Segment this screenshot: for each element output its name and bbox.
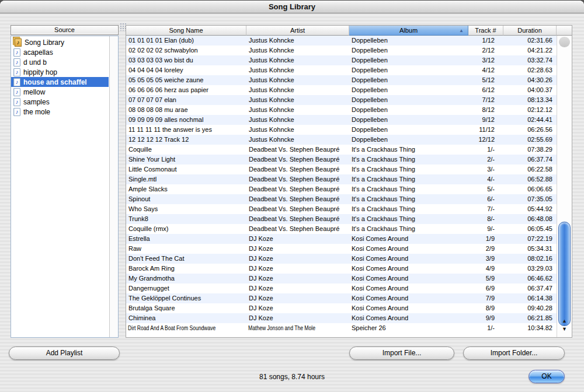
sidebar-item[interactable]: hippity hop <box>11 67 109 77</box>
table-row[interactable]: 08 08 08 08 mu arae Justus Kohncke Doppe… <box>126 105 557 115</box>
cell-duration: 05:44.92 <box>503 204 557 214</box>
table-row[interactable]: Coquille (rmx) Deadbeat Vs. Stephen Beau… <box>126 224 557 234</box>
cell-album: Kosi Comes Around <box>349 313 468 323</box>
import-folder-button[interactable]: Import Folder... <box>463 346 565 360</box>
cell-track-number: 2/9 <box>468 244 503 254</box>
cell-track-number: 4/- <box>468 174 503 184</box>
table-row[interactable]: 04 04 04 04 loreley Justus Kohncke Doppe… <box>126 65 557 75</box>
cell-track-number: 5/- <box>468 184 503 194</box>
song-table-body: 01 01 01 01 Elan (dub) Justus Kohncke Do… <box>126 36 557 337</box>
cell-duration: 09:40.28 <box>503 303 557 313</box>
source-list-header: Source <box>11 25 119 35</box>
table-row[interactable]: Estrella DJ Koze Kosi Comes Around 1/9 0… <box>126 234 557 244</box>
cell-album: Speicher 26 <box>349 323 468 333</box>
column-header-album[interactable]: Album ▲ <box>349 26 468 36</box>
cell-song-name: 06 06 06 06 herz aus papier <box>126 85 246 95</box>
table-row[interactable]: Who Says Deadbeat Vs. Stephen Beaupré It… <box>126 204 557 214</box>
table-row[interactable]: Dangernugget DJ Koze Kosi Comes Around 6… <box>126 284 557 293</box>
cell-song-name: 01 01 01 01 Elan (dub) <box>126 36 246 46</box>
cell-album: It's a Crackhaus Thing <box>349 164 468 174</box>
cell-track-number: 6/9 <box>468 284 503 293</box>
cell-track-number: 1/- <box>468 323 503 333</box>
table-row[interactable]: 09 09 09 09 alles nochmal Justus Kohncke… <box>126 115 557 125</box>
cell-album: Kosi Comes Around <box>349 303 468 313</box>
add-playlist-button[interactable]: Add Playlist <box>9 346 120 360</box>
table-row[interactable]: 01 01 01 01 Elan (dub) Justus Kohncke Do… <box>126 36 557 46</box>
sidebar-item[interactable]: the mole <box>11 107 109 117</box>
table-row[interactable]: Trunk8 Deadbeat Vs. Stephen Beaupré It's… <box>126 214 557 224</box>
cell-song-name: Brutalga Square <box>126 303 246 313</box>
sidebar-item[interactable]: mellow <box>11 87 109 97</box>
scroll-up-arrow-icon[interactable]: ▲ <box>557 318 572 324</box>
title-bar[interactable]: Song Library <box>0 1 584 13</box>
table-row[interactable]: 07 07 07 07 elan Justus Kohncke Doppelle… <box>126 95 557 105</box>
cell-artist: Deadbeat Vs. Stephen Beaupré <box>246 194 349 204</box>
table-row[interactable]: Barock Am Ring DJ Koze Kosi Comes Around… <box>126 264 557 274</box>
import-file-button[interactable]: Import File... <box>349 346 454 360</box>
source-scrollbar-track[interactable] <box>109 36 118 337</box>
sidebar-item[interactable]: acapellas <box>11 47 109 57</box>
sidebar-item-label: mellow <box>23 88 45 96</box>
column-header-track[interactable]: Track # <box>468 26 503 36</box>
column-header-artist[interactable]: Artist <box>246 26 349 36</box>
cell-song-name: Don't Feed The Cat <box>126 254 246 264</box>
table-row[interactable]: Coquille Deadbeat Vs. Stephen Beaupré It… <box>126 145 557 155</box>
cell-album: Doppelleben <box>349 95 468 105</box>
cell-duration: 06:21.85 <box>503 313 557 323</box>
cell-album: Doppelleben <box>349 46 468 55</box>
cell-track-number: 2/12 <box>468 46 503 55</box>
ok-button[interactable]: OK <box>529 370 565 383</box>
playlist-icon <box>13 98 20 106</box>
cell-artist: Justus Kohncke <box>246 95 349 105</box>
table-row[interactable]: My Grandmotha DJ Koze Kosi Comes Around … <box>126 274 557 284</box>
table-row[interactable]: Spinout Deadbeat Vs. Stephen Beaupré It'… <box>126 194 557 204</box>
table-row[interactable]: Single.mtl Deadbeat Vs. Stephen Beaupré … <box>126 174 557 184</box>
cell-song-name: Little Cosmonaut <box>126 164 246 174</box>
sidebar-item-label: acapellas <box>23 48 53 57</box>
sidebar-item[interactable]: house and schaffel <box>11 77 109 87</box>
cell-song-name: My Grandmotha <box>126 274 246 284</box>
column-header-duration[interactable]: Duration <box>503 26 557 36</box>
table-row[interactable]: The Geklöppel Continues DJ Koze Kosi Com… <box>126 293 557 303</box>
table-row[interactable]: Don't Feed The Cat DJ Koze Kosi Comes Ar… <box>126 254 557 264</box>
column-header-album-label: Album <box>399 27 418 34</box>
cell-track-number: 1/9 <box>468 234 503 244</box>
cell-duration: 08:02.16 <box>503 254 557 264</box>
cell-duration: 06:48.08 <box>503 214 557 224</box>
cell-artist: Deadbeat Vs. Stephen Beaupré <box>246 224 349 234</box>
cell-duration: 02:28.63 <box>503 65 557 75</box>
cell-artist: Justus Kohncke <box>246 55 349 65</box>
sort-ascending-icon: ▲ <box>459 26 464 36</box>
scrollbar-thumb[interactable] <box>558 222 571 326</box>
cell-duration: 02:31.66 <box>503 36 557 46</box>
cell-song-name: 08 08 08 08 mu arae <box>126 105 246 115</box>
sidebar-item[interactable]: d und b <box>11 57 109 67</box>
cell-track-number: 2/- <box>468 155 503 164</box>
table-row[interactable]: 06 06 06 06 herz aus papier Justus Kohnc… <box>126 85 557 95</box>
scroll-down-arrow-icon[interactable]: ▼ <box>557 326 572 332</box>
table-row[interactable]: 02 02 02 02 schwabylon Justus Kohncke Do… <box>126 46 557 55</box>
sidebar-item[interactable]: samples <box>11 97 109 107</box>
cell-artist: DJ Koze <box>246 274 349 284</box>
table-row[interactable]: 12 12 12 12 Track 12 Justus Kohncke Dopp… <box>126 135 557 145</box>
playlist-icon <box>13 48 20 57</box>
song-table: Song Name Artist Album ▲ Track # Duratio… <box>126 25 572 338</box>
table-row[interactable]: 03 03 03 03 wo bist du Justus Kohncke Do… <box>126 55 557 65</box>
cell-duration: 02:12.12 <box>503 105 557 115</box>
table-row[interactable]: Dirt Road And A Boat From Soundwave Math… <box>126 323 557 333</box>
table-row[interactable]: Shine Your Light Deadbeat Vs. Stephen Be… <box>126 155 557 164</box>
column-header-song-name[interactable]: Song Name <box>126 26 246 36</box>
sidebar-item[interactable]: Song Library <box>11 37 109 47</box>
table-row[interactable]: Raw DJ Koze Kosi Comes Around 2/9 05:34.… <box>126 244 557 254</box>
table-row[interactable]: Brutalga Square DJ Koze Kosi Comes Aroun… <box>126 303 557 313</box>
cell-album: Doppelleben <box>349 135 468 145</box>
table-row[interactable]: Ample Slacks Deadbeat Vs. Stephen Beaupr… <box>126 184 557 194</box>
table-row[interactable]: Little Cosmonaut Deadbeat Vs. Stephen Be… <box>126 164 557 174</box>
cell-duration: 03:32.74 <box>503 55 557 65</box>
table-row[interactable]: 11 11 11 11 the answer is yes Justus Koh… <box>126 125 557 135</box>
cell-track-number: 8/12 <box>468 105 503 115</box>
cell-track-number: 3/- <box>468 164 503 174</box>
table-scrollbar[interactable]: ▲ ▼ <box>557 36 572 337</box>
table-row[interactable]: 05 05 05 05 weiche zaune Justus Kohncke … <box>126 75 557 85</box>
table-row[interactable]: Chiminea DJ Koze Kosi Comes Around 9/9 0… <box>126 313 557 323</box>
